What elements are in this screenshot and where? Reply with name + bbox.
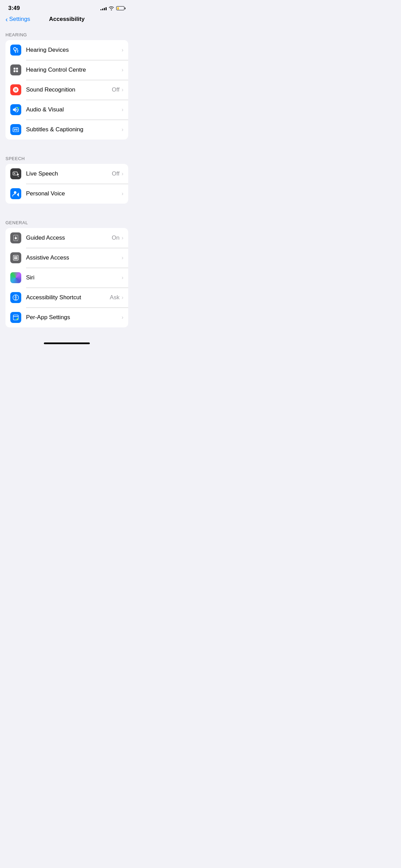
accessibility-shortcut-chevron-icon: › — [122, 294, 123, 301]
assistive-access-chevron-icon: › — [122, 255, 123, 261]
hearing-control-centre-row[interactable]: Hearing Control Centre › — [5, 60, 128, 80]
hearing-control-centre-label: Hearing Control Centre — [26, 67, 122, 73]
hearing-section: HEARING Hearing Devices › — [0, 27, 134, 140]
accessibility-shortcut-label: Accessibility Shortcut — [26, 294, 110, 301]
svg-point-13 — [17, 174, 19, 176]
sound-recognition-label: Sound Recognition — [26, 86, 112, 93]
subtitles-chevron-icon: › — [122, 126, 123, 133]
signal-icon — [100, 6, 107, 10]
svg-rect-23 — [15, 258, 16, 260]
svg-rect-18 — [14, 256, 15, 257]
per-app-settings-chevron-icon: › — [122, 314, 123, 321]
svg-rect-11 — [14, 173, 15, 173]
speech-group: Live Speech Off › Personal Voice › — [5, 164, 128, 204]
speech-section-label: SPEECH — [0, 150, 134, 164]
live-speech-label: Live Speech — [26, 170, 112, 177]
wifi-icon — [109, 6, 114, 10]
siri-chevron-icon: › — [122, 275, 123, 281]
svg-rect-24 — [14, 257, 15, 258]
per-app-settings-row[interactable]: Per-App Settings › — [5, 308, 128, 327]
personal-voice-label: Personal Voice — [26, 190, 122, 197]
personal-voice-icon — [10, 188, 21, 199]
siri-icon — [10, 272, 21, 283]
general-section-label: GENERAL — [0, 215, 134, 228]
per-app-settings-icon — [10, 312, 21, 323]
status-time: 3:49 — [8, 5, 20, 12]
svg-rect-21 — [16, 258, 17, 260]
back-button[interactable]: ‹ Settings — [5, 16, 30, 23]
audio-visual-icon — [10, 104, 21, 115]
audio-visual-row[interactable]: Audio & Visual › — [5, 100, 128, 120]
svg-rect-1 — [14, 68, 16, 70]
siri-label: Siri — [26, 274, 122, 281]
sound-recognition-value: Off — [112, 86, 119, 93]
hearing-devices-icon — [10, 45, 21, 56]
svg-rect-8 — [16, 130, 18, 131]
back-chevron-icon: ‹ — [5, 16, 8, 23]
accessibility-shortcut-row[interactable]: Accessibility Shortcut Ask › — [5, 288, 128, 308]
general-section: GENERAL Guided Access On › — [0, 215, 134, 327]
svg-rect-2 — [16, 68, 18, 70]
sound-recognition-icon — [10, 84, 21, 95]
guided-access-label: Guided Access — [26, 234, 112, 241]
hearing-devices-chevron-icon: › — [122, 47, 123, 53]
svg-rect-25 — [16, 257, 17, 258]
hearing-control-icon — [10, 64, 21, 75]
live-speech-chevron-icon: › — [122, 171, 123, 177]
audio-visual-chevron-icon: › — [122, 107, 123, 113]
general-group: Guided Access On › Assis — [5, 228, 128, 327]
accessibility-shortcut-icon — [10, 292, 21, 303]
personal-voice-chevron-icon: › — [122, 191, 123, 197]
home-indicator — [0, 338, 134, 347]
svg-point-5 — [17, 107, 19, 109]
svg-rect-22 — [15, 256, 16, 257]
svg-rect-16 — [15, 237, 17, 239]
hearing-control-chevron-icon: › — [122, 67, 123, 73]
svg-rect-12 — [14, 174, 16, 174]
svg-point-14 — [14, 191, 16, 194]
svg-rect-9 — [14, 129, 18, 130]
status-icons — [100, 6, 125, 10]
subtitles-icon — [10, 124, 21, 135]
page-title: Accessibility — [49, 16, 85, 23]
back-label: Settings — [9, 16, 30, 23]
live-speech-icon — [10, 168, 21, 179]
assistive-access-label: Assistive Access — [26, 254, 122, 261]
guided-access-icon — [10, 232, 21, 243]
sound-recognition-row[interactable]: Sound Recognition Off › — [5, 80, 128, 100]
hearing-section-label: HEARING — [0, 27, 134, 40]
home-bar — [44, 342, 90, 344]
status-bar: 3:49 — [0, 0, 134, 14]
per-app-settings-label: Per-App Settings — [26, 314, 122, 321]
assistive-access-row[interactable]: Assistive Access › — [5, 248, 128, 268]
svg-rect-10 — [13, 172, 17, 175]
audio-visual-label: Audio & Visual — [26, 106, 122, 113]
svg-rect-7 — [14, 130, 16, 131]
subtitles-captioning-label: Subtitles & Captioning — [26, 126, 122, 133]
svg-point-28 — [15, 296, 16, 297]
nav-bar: ‹ Settings Accessibility — [0, 14, 134, 27]
guided-access-row[interactable]: Guided Access On › — [5, 228, 128, 248]
assistive-access-icon — [10, 252, 21, 263]
speech-section: SPEECH Live Speech Off › — [0, 150, 134, 204]
svg-rect-6 — [13, 128, 19, 132]
subtitles-captioning-row[interactable]: Subtitles & Captioning › — [5, 120, 128, 140]
svg-rect-20 — [14, 258, 15, 260]
guided-access-value: On — [112, 234, 120, 241]
live-speech-value: Off — [112, 170, 119, 177]
hearing-devices-row[interactable]: Hearing Devices › — [5, 40, 128, 60]
svg-point-0 — [16, 48, 18, 50]
siri-row[interactable]: Siri › — [5, 268, 128, 288]
hearing-group: Hearing Devices › Hearing Control Centre… — [5, 40, 128, 140]
hearing-devices-label: Hearing Devices — [26, 47, 122, 53]
svg-rect-19 — [16, 256, 17, 257]
battery-icon — [116, 6, 125, 10]
svg-rect-4 — [16, 70, 18, 72]
live-speech-row[interactable]: Live Speech Off › — [5, 164, 128, 184]
personal-voice-row[interactable]: Personal Voice › — [5, 184, 128, 204]
svg-rect-3 — [14, 70, 16, 72]
sound-recognition-chevron-icon: › — [122, 87, 123, 93]
accessibility-shortcut-value: Ask — [110, 294, 119, 301]
svg-rect-26 — [15, 257, 16, 258]
guided-access-chevron-icon: › — [122, 235, 123, 241]
